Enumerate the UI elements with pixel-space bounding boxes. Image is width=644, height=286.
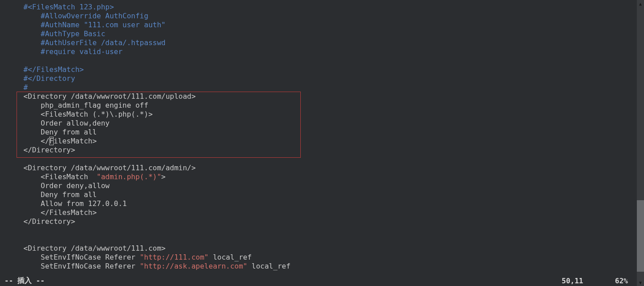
scroll-percent: 62% [615,277,628,285]
cursor-position: 50,11 [562,277,583,285]
code-line[interactable]: </FilesMatch> [6,208,637,217]
code-line[interactable]: #</Directory [6,74,637,83]
vim-mode: -- 插入 -- [4,276,45,286]
code-line[interactable]: #require valid-user [6,47,637,56]
code-line[interactable] [6,235,637,244]
code-line[interactable]: Deny from all [6,190,637,199]
code-line[interactable] [6,226,637,235]
code-line[interactable]: <FilesMatch (.*)\.php(.*)> [6,110,637,119]
code-line[interactable]: #AllowOverride AuthConfig [6,12,637,21]
scroll-down-icon[interactable]: ▼ [637,279,644,286]
code-line[interactable]: Deny from all [6,128,637,137]
code-line[interactable]: #AuthType Basic [6,29,637,38]
code-line[interactable]: <Directory /data/wwwroot/111.com/upload> [6,92,637,101]
code-line[interactable]: <Directory /data/wwwroot/111.com> [6,244,637,253]
code-line[interactable]: Allow from 127.0.0.1 [6,199,637,208]
code-line[interactable]: #AuthUserFile /data/.htpasswd [6,38,637,47]
code-line[interactable]: </Directory> [6,217,637,226]
code-line[interactable]: #AuthName "111.com user auth" [6,21,637,29]
code-line[interactable]: </Directory> [6,146,637,155]
code-line[interactable]: SetEnvIfNoCase Referer "http://111.com" … [6,253,637,262]
vertical-scrollbar[interactable]: ▲ ▼ [637,0,644,286]
code-line[interactable]: #<FilesMatch 123.php> [6,3,637,12]
code-line[interactable]: Order deny,allow [6,181,637,190]
scroll-up-icon[interactable]: ▲ [637,0,644,7]
code-line[interactable]: </FilesMatch> [6,137,637,146]
code-line[interactable] [6,155,637,164]
code-line[interactable]: php_admin_flag engine off [6,101,637,110]
code-line[interactable] [6,56,637,65]
code-editor[interactable]: #<FilesMatch 123.php> #AllowOverride Aut… [0,0,637,286]
code-line[interactable]: SetEnvIfNoCase Referer "http://ask.apele… [6,262,637,271]
code-line[interactable]: <Directory /data/wwwroot/111.com/admin/> [6,164,637,172]
status-bar: -- 插入 -- 50,11 62% [0,275,637,286]
code-line[interactable]: # [6,83,637,92]
code-line[interactable]: Order allow,deny [6,119,637,128]
code-line[interactable]: #</FilesMatch> [6,65,637,74]
code-line[interactable]: <FilesMatch "admin.php(.*)"> [6,172,637,181]
scrollbar-thumb[interactable] [637,200,644,272]
